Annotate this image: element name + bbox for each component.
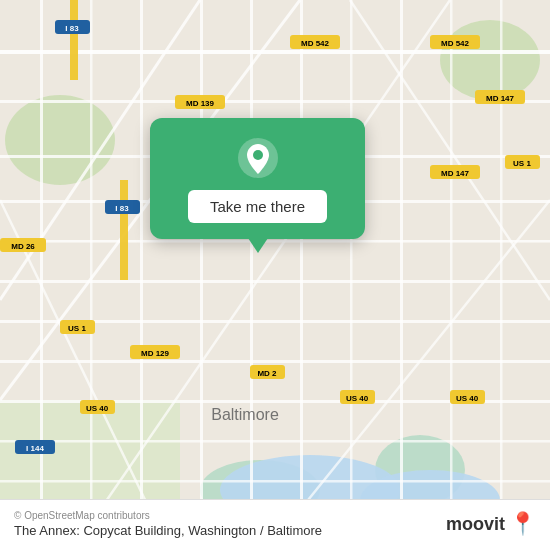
location-name: The Annex: Copycat Building, Washington …: [14, 523, 322, 538]
svg-text:US 1: US 1: [513, 159, 531, 168]
svg-point-2: [440, 20, 540, 100]
svg-rect-23: [250, 0, 253, 510]
map-attribution: © OpenStreetMap contributors: [14, 510, 322, 521]
moovit-logo: moovit 📍: [446, 513, 536, 535]
map-container: I 83 I 83 MD 139 MD 542 MD 542 MD 147 MD…: [0, 0, 550, 550]
svg-rect-15: [0, 360, 550, 363]
svg-rect-19: [40, 0, 43, 510]
bottom-bar-info: © OpenStreetMap contributors The Annex: …: [14, 510, 322, 538]
svg-text:MD 147: MD 147: [441, 169, 470, 178]
svg-point-1: [5, 95, 115, 185]
svg-rect-28: [500, 0, 503, 510]
svg-rect-20: [90, 0, 93, 510]
svg-rect-25: [350, 0, 353, 510]
svg-text:MD 542: MD 542: [441, 39, 470, 48]
svg-rect-35: [70, 0, 78, 80]
svg-rect-27: [450, 0, 453, 510]
svg-text:MD 147: MD 147: [486, 94, 515, 103]
svg-text:US 40: US 40: [86, 404, 109, 413]
svg-rect-21: [140, 0, 143, 510]
svg-text:MD 542: MD 542: [301, 39, 330, 48]
svg-rect-8: [0, 50, 550, 54]
svg-rect-17: [0, 440, 550, 443]
location-pin-icon: [236, 136, 280, 180]
svg-rect-18: [0, 480, 550, 483]
svg-text:Baltimore: Baltimore: [211, 406, 279, 423]
svg-text:MD 139: MD 139: [186, 99, 215, 108]
svg-rect-22: [200, 0, 203, 510]
svg-text:MD 2: MD 2: [257, 369, 277, 378]
bottom-bar: © OpenStreetMap contributors The Annex: …: [0, 499, 550, 550]
svg-point-71: [253, 150, 263, 160]
svg-text:I 83: I 83: [65, 24, 79, 33]
take-me-there-button[interactable]: Take me there: [188, 190, 327, 223]
svg-text:I 83: I 83: [115, 204, 129, 213]
moovit-brand-text: moovit: [446, 514, 505, 535]
svg-rect-12: [0, 240, 550, 243]
svg-rect-9: [0, 100, 550, 103]
svg-text:MD 26: MD 26: [11, 242, 35, 251]
map-background: I 83 I 83 MD 139 MD 542 MD 542 MD 147 MD…: [0, 0, 550, 510]
svg-rect-13: [0, 280, 550, 283]
svg-text:US 40: US 40: [346, 394, 369, 403]
svg-text:I 144: I 144: [26, 444, 44, 453]
svg-rect-24: [300, 0, 303, 510]
popup-card: Take me there: [150, 118, 365, 239]
svg-rect-38: [120, 180, 128, 280]
svg-text:US 40: US 40: [456, 394, 479, 403]
svg-text:MD 129: MD 129: [141, 349, 170, 358]
svg-text:US 1: US 1: [68, 324, 86, 333]
moovit-pin-icon: 📍: [509, 513, 536, 535]
